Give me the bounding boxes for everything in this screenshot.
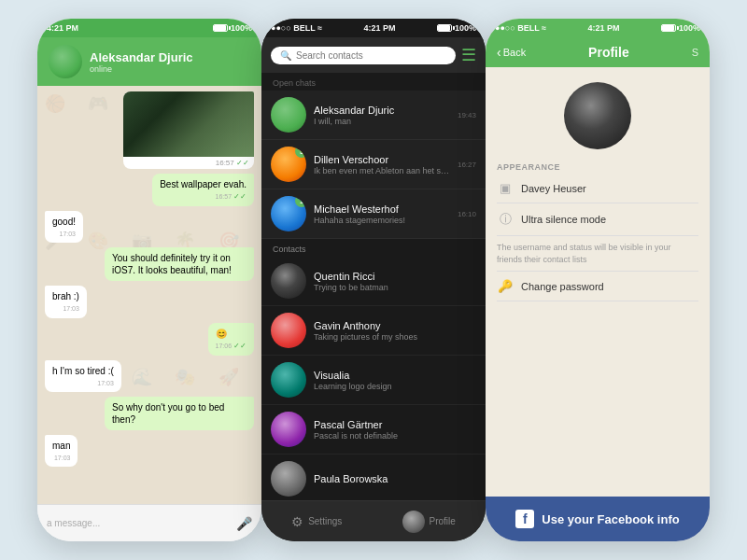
profile-header: ‹ Back Profile S <box>486 37 710 67</box>
profile-action-btn[interactable]: S <box>692 47 698 58</box>
status-bar-2: ●●○○ BELL ≈ 4:21 PM 100% <box>261 19 486 37</box>
profile-row-silence: ⓘ Ultra silence mode <box>497 203 698 236</box>
open-chats-label: Open chats <box>261 73 486 91</box>
status-bar-1: 4:21 PM 100% <box>37 19 261 37</box>
contact-c-name-1: Gavin Anthony <box>314 320 476 331</box>
contact-msg-2: Hahaha stagememories! <box>314 216 450 225</box>
profile-row-password[interactable]: 🔑 Change password <box>497 272 698 301</box>
contact-c-avatar-1 <box>271 313 306 348</box>
contact-c-avatar-3 <box>271 412 306 447</box>
contact-name-1: Dillen Verschoor <box>314 154 450 165</box>
contact-item-2[interactable]: 1 Michael Westerhof Hahaha stagememories… <box>261 189 486 239</box>
facebook-button[interactable]: f Use your Facebook info <box>486 497 710 541</box>
msg-text-1: Best wallpaper evah. <box>160 179 247 189</box>
silence-mode-label: Ultra silence mode <box>521 214 606 225</box>
msg-sent-1: Best wallpaper evah. 16:57 ✓✓ <box>152 174 254 206</box>
appearance-section-title: APPEARANCE <box>497 162 698 172</box>
message-input-placeholder[interactable]: a message... <box>47 518 229 528</box>
contact-time-2: 16:10 <box>458 210 476 218</box>
search-bar[interactable]: 🔍 <box>271 47 456 64</box>
contact-time-0: 19:43 <box>458 111 476 119</box>
battery-icon-3 <box>661 24 676 32</box>
search-input[interactable] <box>296 50 446 61</box>
person-icon: ▣ <box>497 181 514 195</box>
msg-time-r3: 17:03 <box>52 379 114 387</box>
back-button[interactable]: ‹ Back <box>497 45 526 60</box>
msg-sent-3: 😊 17:06 ✓✓ <box>208 323 254 356</box>
contact-name-2: Michael Westerhof <box>314 203 450 215</box>
profile-description: The username and status will be visible … <box>497 236 698 272</box>
change-password-label: Change password <box>521 281 604 292</box>
contact-c-info-0: Quentin Ricci Trying to be batman <box>314 271 476 292</box>
contact-info-0: Aleksandar Djuric I will, man <box>314 105 450 126</box>
chat-contact-status: online <box>90 64 250 74</box>
contact-c3[interactable]: Pascal Gärtner Pascal is not definable <box>261 405 486 455</box>
contact-avatar-0 <box>271 97 306 133</box>
contact-c-avatar-2 <box>271 362 306 398</box>
phone2-footer: ⚙ Settings Profile <box>261 500 486 541</box>
contact-msg-0: I will, man <box>314 117 450 126</box>
contact-c-status-3: Pascal is not definable <box>314 431 476 441</box>
contact-c-avatar-4 <box>271 461 306 497</box>
profile-title: Profile <box>531 45 686 60</box>
settings-label: Settings <box>308 516 342 526</box>
profile-avatar-footer <box>402 511 425 533</box>
contact-c-status-1: Taking pictures of my shoes <box>314 332 476 342</box>
contact-badge-1: 5 <box>295 147 306 158</box>
phones-container: 4:21 PM 100% Aleksandar Djuric online 🏀🎮… <box>0 0 747 560</box>
contact-badge-2: 1 <box>295 196 306 207</box>
msg-time-r1: 17:03 <box>52 230 76 238</box>
contact-name-0: Aleksandar Djuric <box>314 105 450 116</box>
contact-c4[interactable]: Paula Borowska <box>261 455 486 500</box>
mic-icon: 🎤 <box>236 516 252 531</box>
contacts-body: Open chats Aleksandar Djuric I will, man… <box>261 73 486 500</box>
contact-c-info-1: Gavin Anthony Taking pictures of my shoe… <box>314 320 476 342</box>
contact-c0[interactable]: Quentin Ricci Trying to be batman <box>261 257 486 306</box>
carrier-2: ●●○○ BELL ≈ <box>271 23 322 33</box>
contact-c1[interactable]: Gavin Anthony Taking pictures of my shoe… <box>261 306 486 356</box>
settings-icon: ⚙ <box>291 514 303 529</box>
status-time-2: 4:21 PM <box>363 23 395 33</box>
contact-item-1[interactable]: 5 Dillen Verschoor Ik ben even met Ablet… <box>261 140 486 189</box>
msg-sent-2: You should definitely try it on iOS7. It… <box>105 247 254 281</box>
search-icon: 🔍 <box>280 50 291 61</box>
msg-text-r4: man <box>52 441 70 451</box>
msg-received-3: h I'm so tired :( 17:03 <box>45 360 121 392</box>
status-icons-2: 100% <box>437 23 476 33</box>
settings-btn[interactable]: ⚙ Settings <box>291 514 342 529</box>
carrier-3: ●●○○ BELL ≈ <box>495 23 546 33</box>
profile-avatar <box>564 82 631 149</box>
phone-chat: 4:21 PM 100% Aleksandar Djuric online 🏀🎮… <box>37 19 261 541</box>
contacts-section-label: Contacts <box>261 239 486 257</box>
contact-avatar-2: 1 <box>271 196 306 231</box>
status-icons-1: 100% <box>213 23 252 33</box>
profile-row-name: ▣ Davey Heuser <box>497 174 698 203</box>
chat-input-bar[interactable]: a message... 🎤 <box>37 504 261 541</box>
msg-received-2: brah :) 17:03 <box>45 286 87 317</box>
msg-received-4: man 17:03 <box>45 435 78 467</box>
contact-c-status-2: Learning logo design <box>314 382 476 391</box>
msg-time-1: 16:57 ✓✓ <box>160 192 247 202</box>
contact-c2[interactable]: Visualia Learning logo design <box>261 356 486 405</box>
profile-label: Profile <box>430 516 456 526</box>
profile-name-value: Davey Heuser <box>521 183 586 194</box>
contact-item-0[interactable]: Aleksandar Djuric I will, man 19:43 <box>261 91 486 140</box>
contact-c-name-4: Paula Borowska <box>314 473 476 484</box>
contacts-list-icon[interactable]: ☰ <box>461 45 476 65</box>
msg-text-r2: brah :) <box>52 291 79 301</box>
chat-image-bubble: 16:57 ✓✓ <box>123 91 254 169</box>
msg-time-r4: 17:03 <box>52 454 70 462</box>
info-icon: ⓘ <box>497 211 514 228</box>
phone-contacts: ●●○○ BELL ≈ 4:21 PM 100% 🔍 ☰ Open chats … <box>261 19 486 541</box>
profile-avatar-img <box>564 82 631 149</box>
contact-c-name-3: Pascal Gärtner <box>314 419 476 430</box>
contact-c-name-0: Quentin Ricci <box>314 271 476 282</box>
chat-image-time: 16:57 ✓✓ <box>123 157 254 169</box>
battery-icon-2 <box>437 24 452 32</box>
key-icon: 🔑 <box>497 279 514 293</box>
profile-btn[interactable]: Profile <box>402 511 456 533</box>
contact-avatar-1: 5 <box>271 147 306 182</box>
contact-time-1: 16:27 <box>458 161 476 169</box>
chat-contact-avatar <box>49 45 82 78</box>
chat-image <box>123 91 254 157</box>
